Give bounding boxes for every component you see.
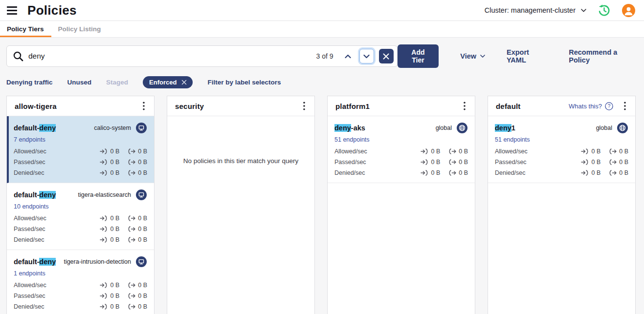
ingress-value: 0 B bbox=[591, 169, 600, 176]
stat-label: Passed/sec bbox=[14, 159, 100, 166]
egress-traffic-icon bbox=[128, 293, 135, 299]
ingress-stat: 0 B bbox=[421, 148, 440, 155]
app-header: Policies Cluster: management-cluster bbox=[0, 0, 644, 21]
policy-title-row: default-denycalico-system bbox=[14, 122, 147, 134]
search-input[interactable] bbox=[28, 52, 316, 61]
stat-label: Allowed/sec bbox=[14, 282, 100, 289]
policy-title-row: default-denytigera-elasticsearch bbox=[14, 189, 147, 201]
tier-name: platform1 bbox=[335, 102, 459, 110]
tier-menu-button[interactable] bbox=[459, 100, 470, 112]
search-highlight: deny bbox=[334, 124, 351, 132]
endpoints-link[interactable]: 7 endpoints bbox=[14, 136, 45, 143]
kebab-menu-icon bbox=[464, 102, 466, 110]
search-box: 3 of 9 bbox=[6, 45, 398, 67]
tier-name: allow-tigera bbox=[15, 102, 138, 110]
tier-cards: deny1global51 endpointsAllowed/sec0 B0 B… bbox=[488, 116, 635, 183]
filter-chip-enforced[interactable]: Enforced bbox=[143, 76, 193, 88]
namespace-icon bbox=[135, 256, 147, 268]
tier-cards: No policies in this tier match your quer… bbox=[167, 157, 314, 165]
history-button[interactable] bbox=[598, 4, 611, 17]
stat-label: Allowed/sec bbox=[334, 148, 421, 155]
egress-traffic-icon bbox=[609, 148, 617, 154]
recommend-policy-button[interactable]: Recommend a Policy bbox=[569, 48, 635, 64]
ingress-stat: 0 B bbox=[100, 215, 119, 222]
egress-traffic-icon bbox=[128, 282, 135, 288]
egress-stat: 0 B bbox=[128, 282, 147, 289]
policy-card[interactable]: default-denytigera-intrusion-detection1 … bbox=[7, 250, 154, 314]
tab-policy-listing[interactable]: Policy Listing bbox=[51, 21, 109, 37]
ingress-stat: 0 B bbox=[100, 236, 119, 243]
ingress-traffic-icon bbox=[100, 293, 108, 299]
ingress-value: 0 B bbox=[591, 148, 600, 155]
ingress-stat: 0 B bbox=[100, 159, 119, 166]
hamburger-menu-icon[interactable] bbox=[7, 6, 17, 15]
tier-header: platform1 bbox=[328, 96, 475, 116]
tier-menu-button[interactable] bbox=[138, 100, 150, 112]
egress-value: 0 B bbox=[138, 159, 147, 166]
ingress-value: 0 B bbox=[110, 159, 119, 166]
ingress-traffic-icon bbox=[100, 215, 108, 221]
clear-search-button[interactable] bbox=[379, 49, 394, 63]
stat-label: Allowed/sec bbox=[14, 148, 100, 155]
policy-name-text: default- bbox=[14, 258, 39, 266]
page-title: Policies bbox=[27, 3, 77, 18]
ingress-stat: 0 B bbox=[581, 169, 600, 176]
egress-stat: 0 B bbox=[128, 148, 147, 155]
ingress-stat: 0 B bbox=[100, 169, 119, 176]
ingress-value: 0 B bbox=[110, 215, 119, 222]
previous-match-button[interactable] bbox=[341, 49, 355, 63]
ingress-traffic-icon bbox=[100, 304, 108, 310]
kebab-menu-icon bbox=[303, 102, 305, 110]
policy-scope-label: global bbox=[436, 125, 452, 131]
stat-row: Denied/sec0 B0 B bbox=[334, 169, 468, 176]
stat-row: Allowed/sec0 B0 B bbox=[14, 281, 147, 289]
filter-denying-traffic[interactable]: Denying traffic bbox=[6, 79, 53, 86]
tier-column-platform1: platform1deny-aksglobal51 endpointsAllow… bbox=[327, 96, 475, 314]
ingress-value: 0 B bbox=[431, 159, 440, 166]
stat-label: Passed/sec bbox=[14, 226, 100, 232]
tier-menu-button[interactable] bbox=[298, 100, 310, 112]
whats-this-link[interactable]: Whats this?? bbox=[569, 102, 613, 110]
tier-menu-button[interactable] bbox=[619, 100, 631, 112]
policy-card[interactable]: default-denytigera-elasticsearch10 endpo… bbox=[7, 183, 154, 250]
ingress-traffic-icon bbox=[100, 226, 108, 232]
endpoints-link[interactable]: 10 endpoints bbox=[14, 203, 49, 210]
stat-label: Passed/sec bbox=[495, 159, 581, 166]
view-dropdown[interactable]: View bbox=[460, 52, 485, 60]
ingress-value: 0 B bbox=[110, 226, 119, 232]
filter-label-selectors[interactable]: Filter by label selectors bbox=[207, 79, 281, 86]
stat-label: Denied/sec bbox=[334, 169, 421, 176]
policy-card[interactable]: deny1global51 endpointsAllowed/sec0 B0 B… bbox=[488, 116, 635, 183]
globe-icon bbox=[617, 122, 628, 134]
policy-card[interactable]: default-denycalico-system7 endpointsAllo… bbox=[7, 116, 154, 183]
stat-row: Allowed/sec0 B0 B bbox=[495, 147, 628, 155]
tab-policy-tiers[interactable]: Policy Tiers bbox=[0, 21, 51, 37]
tab-bar: Policy Tiers Policy Listing bbox=[0, 21, 644, 38]
cluster-selector[interactable]: Cluster: management-cluster bbox=[485, 6, 586, 14]
remove-filter-icon[interactable] bbox=[181, 80, 187, 85]
namespace-icon bbox=[135, 189, 147, 201]
egress-traffic-icon bbox=[128, 304, 135, 310]
stat-values: 0 B0 B bbox=[421, 148, 468, 155]
next-match-button[interactable] bbox=[359, 49, 374, 63]
endpoints-link[interactable]: 51 endpoints bbox=[495, 136, 530, 143]
ingress-value: 0 B bbox=[110, 169, 119, 176]
policy-title-row: default-denytigera-intrusion-detection bbox=[14, 256, 147, 268]
ingress-value: 0 B bbox=[431, 169, 440, 176]
egress-value: 0 B bbox=[459, 169, 468, 176]
filter-staged[interactable]: Staged bbox=[106, 79, 128, 86]
filter-unused[interactable]: Unused bbox=[67, 79, 92, 86]
ingress-traffic-icon bbox=[581, 148, 589, 154]
stat-label: Passed/sec bbox=[14, 293, 100, 299]
policy-scope: tigera-elasticsearch bbox=[78, 189, 147, 201]
endpoints-link[interactable]: 1 endpoints bbox=[14, 270, 45, 277]
policy-card[interactable]: deny-aksglobal51 endpointsAllowed/sec0 B… bbox=[328, 116, 475, 183]
user-avatar[interactable] bbox=[622, 4, 635, 17]
namespace-icon bbox=[135, 122, 147, 134]
policy-scope-label: global bbox=[596, 125, 612, 131]
egress-value: 0 B bbox=[138, 236, 147, 243]
egress-traffic-icon bbox=[128, 237, 135, 243]
endpoints-link[interactable]: 51 endpoints bbox=[334, 136, 370, 143]
export-yaml-button[interactable]: Export YAML bbox=[507, 48, 547, 64]
add-tier-button[interactable]: Add Tier bbox=[398, 44, 439, 68]
